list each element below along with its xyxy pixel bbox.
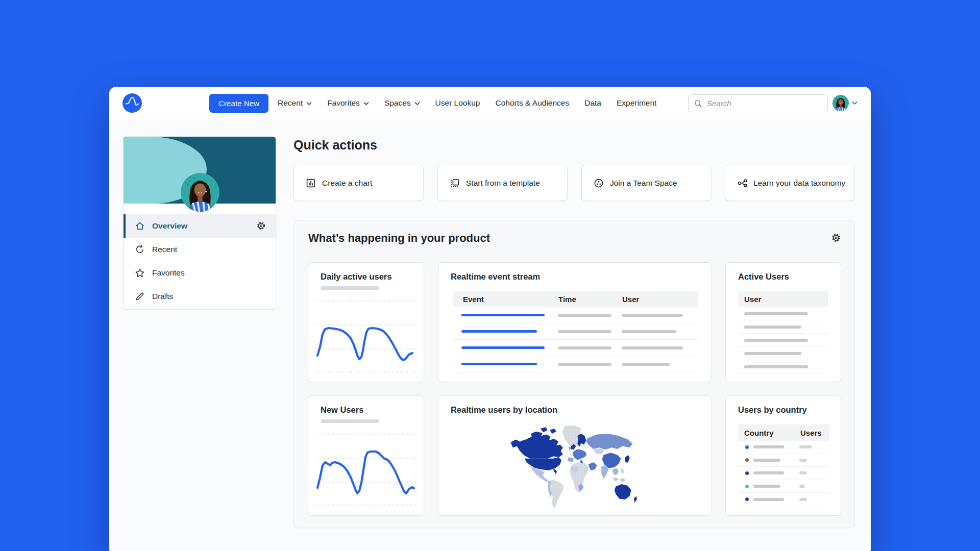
user-skeleton-bar bbox=[744, 339, 808, 342]
nav-item-label: Recent bbox=[278, 98, 303, 108]
create-new-button[interactable]: Create New bbox=[209, 94, 268, 113]
nav-item-label: User Lookup bbox=[435, 98, 480, 108]
daily-active-users-card[interactable]: Daily active users bbox=[308, 262, 424, 382]
nav-item-label: Data bbox=[584, 98, 601, 108]
event-stream-row bbox=[453, 340, 698, 356]
chevron-down-icon bbox=[306, 102, 312, 106]
nav-item-label: Cohorts & Audiences bbox=[495, 98, 569, 108]
country-dot bbox=[745, 497, 749, 501]
card-title: Active Users bbox=[738, 272, 789, 282]
users-skeleton-bar bbox=[799, 445, 812, 448]
event-stream-row bbox=[453, 307, 698, 323]
nav-item-recent[interactable]: Recent bbox=[278, 98, 312, 108]
nav-item-user-lookup[interactable]: User Lookup bbox=[435, 98, 480, 108]
quick-action-start-from-a-template[interactable]: Start from a template bbox=[437, 165, 568, 201]
active-user-row bbox=[738, 360, 828, 373]
country-row bbox=[738, 493, 829, 506]
country-skeleton-bar bbox=[753, 445, 784, 448]
refresh-icon bbox=[135, 244, 145, 255]
nav-item-experiment[interactable]: Experiment bbox=[617, 98, 656, 108]
nav-item-label: Favorites bbox=[327, 98, 360, 108]
sidebar-item-overview[interactable]: Overview bbox=[124, 214, 276, 238]
taxonomy-icon bbox=[737, 178, 747, 188]
table-header: User bbox=[738, 291, 828, 307]
realtime-event-stream-card[interactable]: Realtime event stream Event Time User bbox=[438, 262, 712, 382]
column-header-users: Users bbox=[800, 429, 822, 437]
sidebar: Overview Recent Favorites Drafts bbox=[123, 136, 276, 310]
users-by-country-card[interactable]: Users by country Country Users bbox=[725, 395, 841, 516]
user-skeleton-bar bbox=[622, 346, 683, 349]
quick-actions-title: Quick actions bbox=[293, 138, 377, 153]
search-box[interactable] bbox=[688, 94, 828, 112]
nav-item-cohorts-audiences[interactable]: Cohorts & Audiences bbox=[495, 98, 569, 108]
country-dot bbox=[745, 485, 749, 488]
search-icon bbox=[694, 99, 703, 108]
nav-item-favorites[interactable]: Favorites bbox=[327, 98, 369, 108]
realtime-users-by-location-card[interactable]: Realtime users by location bbox=[438, 395, 712, 516]
template-icon bbox=[450, 178, 460, 188]
user-avatar[interactable] bbox=[832, 95, 849, 111]
quick-action-create-a-chart[interactable]: Create a chart bbox=[293, 165, 424, 201]
country-row bbox=[738, 441, 829, 454]
quick-action-learn-your-data-taxonomy[interactable]: Learn your data taxonomy bbox=[725, 165, 855, 201]
quick-action-join-a-team-space[interactable]: Join a Team Space bbox=[581, 165, 712, 201]
pencil-icon bbox=[135, 291, 145, 302]
nav-item-data[interactable]: Data bbox=[584, 98, 601, 108]
column-header-user: User bbox=[622, 295, 639, 304]
quick-action-label: Learn your data taxonomy bbox=[753, 179, 845, 188]
active-user-row bbox=[738, 347, 828, 360]
sidebar-item-label: Recent bbox=[152, 245, 177, 254]
country-row bbox=[738, 454, 829, 467]
table-header: Event Time User bbox=[453, 291, 698, 307]
panel-settings-gear-icon[interactable] bbox=[831, 233, 841, 243]
active-user-row bbox=[738, 334, 828, 347]
panel-title: What’s happening in your product bbox=[308, 232, 490, 245]
country-row bbox=[738, 467, 829, 480]
event-skeleton-bar bbox=[461, 330, 537, 333]
skeleton-subtitle bbox=[321, 286, 379, 290]
app-window: Create New Recent Favorites Spaces User … bbox=[109, 87, 871, 551]
card-title: Users by country bbox=[738, 405, 807, 415]
users-skeleton-bar bbox=[799, 498, 807, 501]
chart-icon bbox=[306, 178, 316, 188]
country-skeleton-bar bbox=[753, 485, 780, 488]
new-users-card[interactable]: New Users bbox=[308, 395, 424, 516]
profile-menu[interactable] bbox=[832, 95, 857, 111]
country-skeleton-bar bbox=[753, 471, 784, 474]
skeleton-subtitle bbox=[321, 419, 379, 423]
users-skeleton-bar bbox=[799, 471, 807, 474]
world-map bbox=[510, 423, 641, 511]
sidebar-item-label: Favorites bbox=[152, 268, 185, 278]
user-skeleton-bar bbox=[622, 363, 670, 366]
profile-avatar[interactable] bbox=[181, 173, 219, 212]
sidebar-item-favorites[interactable]: Favorites bbox=[124, 261, 276, 285]
event-stream-table: Event Time User bbox=[453, 291, 698, 372]
column-header-time: Time bbox=[558, 295, 622, 304]
country-row bbox=[738, 480, 829, 493]
active-users-card[interactable]: Active Users User bbox=[725, 262, 841, 382]
overview-settings-gear-icon[interactable] bbox=[256, 221, 266, 231]
sidebar-item-label: Overview bbox=[152, 221, 187, 231]
event-skeleton-bar bbox=[461, 363, 537, 365]
table-header: Country Users bbox=[738, 424, 829, 441]
active-user-row bbox=[738, 320, 828, 334]
card-title: Realtime event stream bbox=[451, 272, 540, 282]
amplitude-logo-icon[interactable] bbox=[122, 93, 142, 113]
top-nav: Create New Recent Favorites Spaces User … bbox=[109, 87, 871, 119]
nav-item-spaces[interactable]: Spaces bbox=[384, 98, 420, 108]
country-dot bbox=[745, 458, 749, 462]
quick-action-label: Start from a template bbox=[466, 179, 540, 188]
time-skeleton-bar bbox=[558, 346, 611, 349]
user-skeleton-bar bbox=[744, 312, 808, 315]
sidebar-item-label: Drafts bbox=[152, 292, 173, 301]
sidebar-item-recent[interactable]: Recent bbox=[124, 238, 276, 261]
user-skeleton-bar bbox=[622, 314, 683, 317]
chevron-down-icon bbox=[363, 102, 369, 106]
chevron-down-icon bbox=[852, 101, 857, 105]
star-icon bbox=[135, 268, 145, 278]
users-skeleton-bar bbox=[799, 485, 805, 488]
sidebar-item-drafts[interactable]: Drafts bbox=[124, 285, 276, 308]
search-input[interactable] bbox=[707, 99, 822, 108]
home-icon bbox=[135, 221, 145, 231]
column-header-country: Country bbox=[744, 429, 800, 437]
